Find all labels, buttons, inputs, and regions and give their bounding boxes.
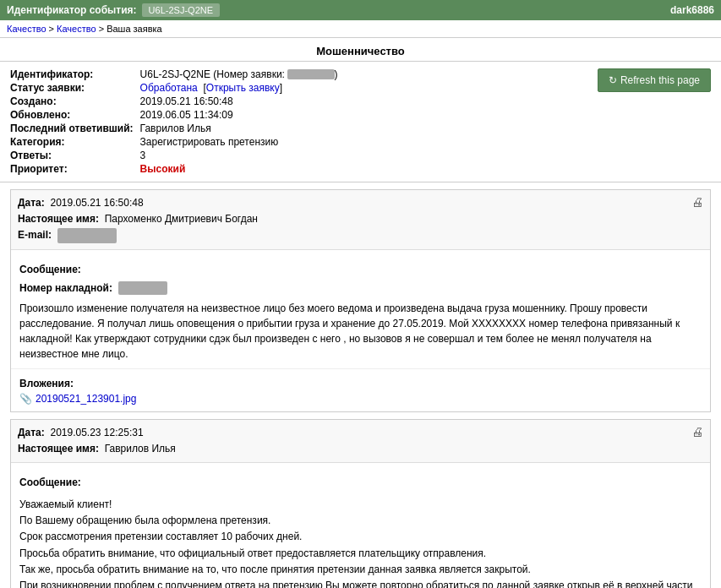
message-email-row-1: E-mail: [18, 227, 258, 243]
attachment-link-1[interactable]: 📎 20190521_123901.jpg [19, 393, 702, 405]
tracking-row: Номер накладной: [19, 280, 702, 296]
message-sig-text: Уважаемый клиент!По Вашему обращению был… [19, 497, 702, 588]
tracking-redacted [118, 281, 167, 296]
event-id-value: U6L-2SJ-Q2NE [142, 3, 220, 17]
message-label-1: Сообщение: [19, 262, 702, 277]
username: dark6886 [670, 4, 714, 16]
sig-line: По Вашему обращению была оформлена прете… [19, 513, 702, 529]
refresh-button[interactable]: ↻ Refresh this page [598, 68, 711, 92]
print-icon-2[interactable]: 🖨 [691, 425, 703, 438]
last-reply-value: Гаврилов Илья [140, 122, 338, 134]
message-name-row-2: Настоящее имя: Гаврилов Илья [18, 441, 176, 457]
replies-label: Ответы: [10, 150, 134, 161]
message-label-2: Сообщение: [19, 475, 702, 490]
status-label: Статус заявки: [10, 82, 134, 94]
print-icon-1[interactable]: 🖨 [691, 195, 703, 209]
identifier-label: Идентификатор: [10, 68, 134, 80]
paperclip-icon: 📎 [19, 393, 32, 405]
message-date-row-1: Дата: 2019.05.21 16:50:48 [18, 195, 258, 211]
sig-line: Так же, просьба обратить внимание на то,… [19, 562, 702, 578]
replies-value: 3 [140, 150, 338, 161]
created-value: 2019.05.21 16:50:48 [140, 95, 338, 107]
breadcrumb-current: Ваша заявка [107, 24, 162, 34]
info-grid: Идентификатор: U6L-2SJ-Q2NE (Номер заявк… [10, 68, 338, 175]
message-body-2: Сообщение: Уважаемый клиент!По Вашему об… [11, 463, 710, 588]
last-reply-label: Последний ответивший: [10, 122, 134, 134]
message-name-row-1: Настоящее имя: Пархоменко Дмитриевич Бог… [18, 211, 258, 227]
priority-value: Высокий [140, 163, 338, 175]
main-container: Мошенничество Идентификатор: U6L-2SJ-Q2N… [0, 38, 721, 588]
info-section: Идентификатор: U6L-2SJ-Q2NE (Номер заявк… [0, 62, 721, 182]
page-title: Мошенничество [0, 38, 721, 62]
top-bar: Идентификатор события: U6L-2SJ-Q2NE dark… [0, 0, 721, 20]
message-block-1: Дата: 2019.05.21 16:50:48 Настоящее имя:… [10, 189, 711, 412]
refresh-icon: ↻ [609, 74, 617, 86]
attachments-label: Вложения: [19, 378, 702, 389]
message-text-1: Произошло изменение получателя на неизве… [19, 301, 702, 362]
top-bar-left: Идентификатор события: U6L-2SJ-Q2NE [7, 3, 220, 17]
message-body-1: Сообщение: Номер накладной: Произошло из… [11, 250, 710, 368]
sig-line: Просьба обратить внимание, что официальн… [19, 546, 702, 562]
breadcrumb: Качество > Качество > Ваша заявка [0, 20, 721, 38]
category-label: Категория: [10, 136, 134, 148]
message-header-1: Дата: 2019.05.21 16:50:48 Настоящее имя:… [11, 190, 710, 250]
identifier-value: U6L-2SJ-Q2NE (Номер заявки: ) [140, 68, 338, 80]
event-id-label: Идентификатор события: [7, 4, 137, 16]
created-label: Создано: [10, 95, 134, 107]
order-number-redacted [287, 69, 334, 79]
priority-label: Приоритет: [10, 163, 134, 175]
updated-value: 2019.06.05 11:34:09 [140, 109, 338, 121]
category-value: Зарегистрировать претензию [140, 136, 338, 148]
sig-line: При возникновении проблем с получением о… [19, 578, 702, 588]
message-block-2: Дата: 2019.05.23 12:25:31 Настоящее имя:… [10, 419, 711, 588]
email-redacted [57, 228, 117, 243]
sig-line: Срок рассмотрения претензии составляет 1… [19, 529, 702, 545]
message-header-2: Дата: 2019.05.23 12:25:31 Настоящее имя:… [11, 420, 710, 463]
open-claim-link[interactable]: Открыть заявку [206, 82, 280, 94]
updated-label: Обновлено: [10, 109, 134, 121]
message-date-row-2: Дата: 2019.05.23 12:25:31 [18, 425, 176, 441]
message-meta-2: Дата: 2019.05.23 12:25:31 Настоящее имя:… [18, 425, 176, 457]
sig-line: Уважаемый клиент! [19, 497, 702, 513]
attachment-section-1: Вложения: 📎 20190521_123901.jpg [11, 368, 710, 411]
breadcrumb-link-2[interactable]: Качество [57, 24, 96, 34]
status-value: Обработана [Открыть заявку] [140, 82, 338, 94]
message-meta-1: Дата: 2019.05.21 16:50:48 Настоящее имя:… [18, 195, 258, 244]
breadcrumb-link-1[interactable]: Качество [7, 24, 46, 34]
